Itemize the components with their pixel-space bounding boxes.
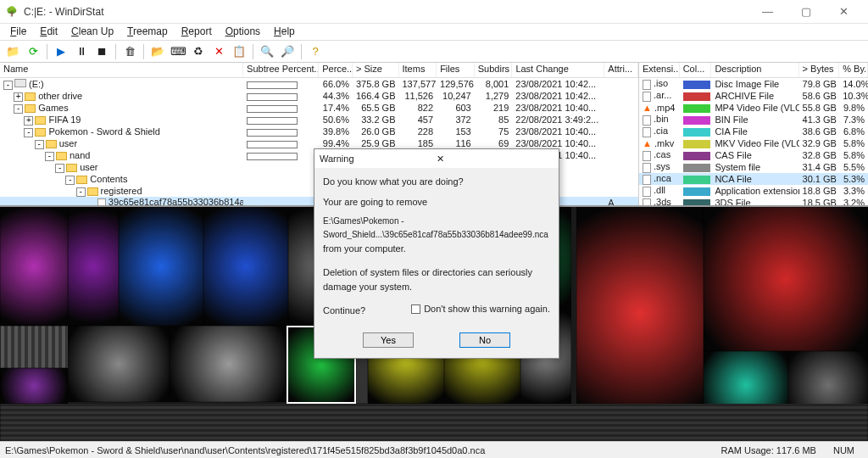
tree-row[interactable]: -user99.4%25.9 GB1851166923/08/2021 10:4… (0, 137, 638, 149)
delete-recycle-icon[interactable]: ♻ (189, 42, 208, 61)
title-bar: 🌳 C:|E: - WinDirStat — ▢ ✕ (0, 0, 868, 24)
menu-options[interactable]: Options (219, 24, 267, 40)
tree-col[interactable]: Attri... (604, 63, 638, 77)
close-button[interactable]: ✕ (825, 0, 863, 24)
tree-col[interactable]: Last Change (512, 63, 604, 77)
cmd-icon[interactable]: ⌨ (169, 42, 187, 61)
tree-col[interactable]: Files (437, 63, 475, 77)
status-num: NUM (833, 445, 854, 455)
dont-show-checkbox[interactable] (411, 304, 420, 314)
dialog-text: Do you know what you are doing? (323, 175, 550, 190)
explorer-icon[interactable]: 📂 (148, 42, 167, 61)
ext-row[interactable]: .ncaNCA File30.1 GB5.3% (639, 173, 868, 185)
warning-dialog: Warning ✕ Do you know what you are doing… (314, 148, 559, 359)
ext-row[interactable]: .isoDisc Image File79.8 GB14.0% (639, 78, 868, 90)
maximize-button[interactable]: ▢ (787, 0, 825, 24)
tree-col[interactable]: Subtree Percent... (243, 63, 319, 77)
dialog-text: Your are going to remove (323, 195, 550, 210)
minimize-button[interactable]: — (748, 0, 787, 24)
tree-row[interactable]: -Games17.4%65.5 GB82260321923/08/2021 10… (0, 102, 638, 114)
ext-col[interactable]: % By... (839, 63, 868, 77)
ext-row[interactable]: .ar...ARCHIVE File58.6 GB10.3% (639, 90, 868, 102)
tree-col[interactable]: Name (0, 63, 243, 77)
tree-col[interactable]: Perce... (319, 63, 353, 77)
tree-row[interactable]: -Pokemon - Sword & Shield39.8%26.0 GB228… (0, 126, 638, 137)
menu-help[interactable]: Help (267, 24, 302, 40)
ext-col[interactable]: > Bytes (799, 63, 840, 77)
ext-col[interactable]: Extensi... (639, 63, 680, 77)
tree-row[interactable]: +FIFA 1950.6%33.2 GB4573728522/08/2021 3… (0, 114, 638, 126)
dialog-text: E:\Games\Pokemon - Sword_Shield...\39c65… (323, 215, 550, 242)
ext-col[interactable]: Description (711, 63, 798, 77)
tree-col[interactable]: > Size (353, 63, 399, 77)
tree-row[interactable]: -(E:)66.0%375.8 GB137,577129,5768,00123/… (0, 78, 638, 90)
status-bar: E:\Games\Pokemon - Sword & Shield\user\n… (0, 441, 868, 458)
ext-row[interactable]: .casCAS File32.8 GB5.8% (639, 149, 868, 161)
ext-row[interactable]: .dllApplication extension18.8 GB3.3% (639, 185, 868, 197)
play-icon[interactable]: ▶ (52, 42, 70, 61)
extension-list[interactable]: Extensi...Col...Description> Bytes% By..… (639, 63, 868, 205)
refresh-icon[interactable]: ⟳ (24, 42, 42, 61)
delete-icon[interactable]: ✕ (209, 42, 228, 61)
pause-icon[interactable]: ⏸ (72, 42, 91, 61)
tree-col[interactable]: Subdirs (475, 63, 513, 77)
menu-treemap[interactable]: Treemap (120, 24, 175, 40)
checkbox-label: Don't show this warning again. (424, 304, 550, 317)
ext-row[interactable]: ▲ .mkvMKV Video File (VLC)32.9 GB5.8% (639, 137, 868, 149)
tree-col[interactable]: Items (399, 63, 437, 77)
dialog-text: Continue? (323, 305, 365, 316)
zoom-out-icon[interactable]: 🔎 (278, 42, 297, 61)
dialog-close-icon[interactable]: ✕ (437, 154, 554, 165)
status-ram: RAM Usage: 117.6 MB (721, 445, 816, 455)
empty-recycle-icon[interactable]: 🗑 (120, 42, 139, 61)
ext-row[interactable]: .ciaCIA File38.6 GB6.8% (639, 126, 868, 137)
zoom-in-icon[interactable]: 🔍 (258, 42, 276, 61)
ext-row[interactable]: .binBIN File41.3 GB7.3% (639, 114, 868, 126)
open-icon[interactable]: 📁 (3, 42, 22, 61)
tree-row[interactable]: +other drive44.3%166.4 GB11,52610,2471,2… (0, 90, 638, 102)
ext-row[interactable]: ▲ .mp4MP4 Video File (VLC)55.8 GB9.8% (639, 102, 868, 114)
stop-icon[interactable]: ⏹ (92, 42, 111, 61)
dialog-title: Warning (320, 154, 437, 164)
menu-clean-up[interactable]: Clean Up (64, 24, 120, 40)
dialog-text: Deletion of system files or directories … (323, 265, 550, 295)
app-icon: 🌳 (5, 5, 19, 19)
ext-col[interactable]: Col... (680, 63, 712, 77)
menu-file[interactable]: File (3, 24, 33, 40)
dialog-text: from your computer. (323, 242, 550, 257)
menu-bar: FileEditClean UpTreemapReportOptionsHelp (0, 24, 868, 41)
ext-row[interactable]: .sysSystem file31.4 GB5.5% (639, 161, 868, 173)
ext-row[interactable]: .3ds3DS File18.5 GB3.2% (639, 197, 868, 205)
window-title: C:|E: - WinDirStat (24, 6, 748, 18)
menu-edit[interactable]: Edit (33, 24, 64, 40)
menu-report[interactable]: Report (175, 24, 219, 40)
properties-icon[interactable]: 📋 (230, 42, 248, 61)
status-path: E:\Games\Pokemon - Sword & Shield\user\n… (5, 445, 721, 455)
help-icon[interactable]: ? (306, 42, 325, 61)
yes-button[interactable]: Yes (363, 332, 414, 348)
toolbar: 📁 ⟳ ▶ ⏸ ⏹ 🗑 📂 ⌨ ♻ ✕ 📋 🔍 🔎 ? (0, 41, 868, 63)
no-button[interactable]: No (459, 332, 510, 348)
